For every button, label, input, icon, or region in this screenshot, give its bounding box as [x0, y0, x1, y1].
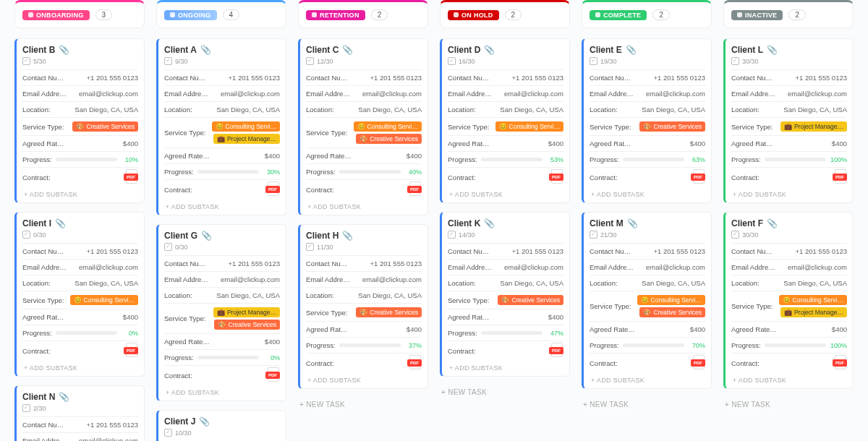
- card-title[interactable]: Client I📎: [22, 218, 138, 228]
- column-header[interactable]: RETENTION2: [298, 0, 428, 28]
- add-subtask-button[interactable]: + ADD SUBTASK: [731, 187, 847, 200]
- pdf-icon[interactable]: [265, 184, 280, 194]
- status-pill[interactable]: RETENTION: [306, 10, 365, 20]
- attachment-icon[interactable]: 📎: [484, 218, 495, 228]
- status-pill[interactable]: INACTIVE: [731, 10, 783, 20]
- status-pill[interactable]: ON HOLD: [448, 10, 499, 20]
- task-card[interactable]: Client K📎14/30Contact Nu…+1 201 555 0123…: [440, 212, 570, 377]
- service-tag-consulting[interactable]: 😊Consulting Servi…: [354, 121, 422, 132]
- card-title[interactable]: Client C📎: [306, 45, 422, 55]
- progress-bar[interactable]: [197, 170, 259, 174]
- pdf-icon[interactable]: [833, 358, 847, 368]
- status-pill[interactable]: ONGOING: [164, 10, 217, 20]
- attachment-icon[interactable]: 📎: [342, 45, 353, 55]
- progress-bar[interactable]: [623, 343, 684, 347]
- add-subtask-button[interactable]: + ADD SUBTASK: [164, 199, 280, 212]
- service-tag-creative[interactable]: 🎨Creative Services: [639, 121, 705, 132]
- add-subtask-button[interactable]: + ADD SUBTASK: [590, 372, 705, 385]
- card-title[interactable]: Client M📎: [590, 218, 705, 228]
- task-card[interactable]: Client C📎12/30Contact Nu…+1 201 555 0123…: [298, 38, 428, 215]
- service-tag-consulting[interactable]: 😊Consulting Servi…: [495, 121, 563, 132]
- task-card[interactable]: Client F📎30/30Contact Nu…+1 201 555 0123…: [723, 212, 854, 389]
- card-title[interactable]: Client H📎: [306, 231, 422, 241]
- service-tag-consulting[interactable]: 😊Consulting Servi…: [637, 295, 705, 305]
- service-tag-creative[interactable]: 🎨Creative Services: [214, 320, 280, 330]
- service-tag-consulting[interactable]: 😊Consulting Servi…: [779, 295, 847, 305]
- attachment-icon[interactable]: 📎: [200, 45, 211, 55]
- add-subtask-button[interactable]: + ADD SUBTASK: [448, 360, 563, 373]
- attachment-icon[interactable]: 📎: [59, 45, 69, 55]
- column-header[interactable]: ON HOLD2: [440, 0, 570, 28]
- column-header[interactable]: ONBOARDING3: [14, 0, 145, 28]
- new-task-button[interactable]: + NEW TASK: [440, 385, 570, 398]
- card-title[interactable]: Client F📎: [731, 218, 847, 228]
- task-card[interactable]: Client J📎10/30Contact Nu…+1 201 555 0123…: [156, 410, 286, 441]
- pdf-icon[interactable]: [124, 346, 138, 356]
- service-tag-consulting[interactable]: 😊Consulting Servi…: [70, 295, 138, 305]
- pdf-icon[interactable]: [124, 172, 138, 182]
- progress-bar[interactable]: [623, 158, 684, 161]
- service-tag-project[interactable]: 💼Project Manage…: [213, 134, 280, 144]
- new-task-button[interactable]: + NEW TASK: [298, 398, 428, 410]
- attachment-icon[interactable]: 📎: [767, 218, 778, 228]
- new-task-button[interactable]: + NEW TASK: [582, 398, 712, 410]
- service-tag-creative[interactable]: 🎨Creative Services: [498, 295, 563, 305]
- attachment-icon[interactable]: 📎: [199, 416, 210, 427]
- task-card[interactable]: Client D📎16/30Contact Nu…+1 201 555 0123…: [440, 38, 570, 203]
- attachment-icon[interactable]: 📎: [342, 231, 353, 241]
- card-title[interactable]: Client B📎: [22, 45, 138, 55]
- service-tag-project[interactable]: 💼Project Manage…: [780, 121, 847, 132]
- pdf-icon[interactable]: [691, 358, 705, 368]
- task-card[interactable]: Client I📎0/30Contact Nu…+1 201 555 0123E…: [14, 212, 145, 377]
- progress-bar[interactable]: [481, 158, 542, 161]
- task-card[interactable]: Client H📎11/30Contact Nu…+1 201 555 0123…: [298, 224, 428, 389]
- pdf-icon[interactable]: [691, 172, 705, 182]
- service-tag-consulting[interactable]: 😊Consulting Servi…: [212, 121, 280, 132]
- pdf-icon[interactable]: [549, 172, 563, 182]
- attachment-icon[interactable]: 📎: [626, 45, 637, 55]
- task-card[interactable]: Client G📎0/30Contact Nu…+1 201 555 0123E…: [156, 224, 286, 401]
- new-task-button[interactable]: + NEW TASK: [723, 398, 854, 410]
- card-title[interactable]: Client N📎: [22, 392, 138, 402]
- add-subtask-button[interactable]: + ADD SUBTASK: [590, 187, 705, 200]
- status-pill[interactable]: COMPLETE: [590, 10, 647, 20]
- card-title[interactable]: Client J📎: [164, 416, 280, 427]
- task-card[interactable]: Client M📎21/30Contact Nu…+1 201 555 0123…: [582, 212, 712, 389]
- progress-bar[interactable]: [197, 356, 259, 359]
- card-title[interactable]: Client G📎: [164, 231, 280, 241]
- card-title[interactable]: Client L📎: [731, 45, 847, 55]
- column-header[interactable]: COMPLETE2: [582, 0, 712, 28]
- task-card[interactable]: Client N📎2/30Contact Nu…+1 201 555 0123E…: [14, 385, 145, 441]
- attachment-icon[interactable]: 📎: [55, 218, 66, 228]
- progress-bar[interactable]: [56, 158, 117, 161]
- status-pill[interactable]: ONBOARDING: [22, 10, 90, 20]
- task-card[interactable]: Client L📎30/30Contact Nu…+1 201 555 0123…: [723, 38, 854, 203]
- progress-bar[interactable]: [56, 331, 117, 335]
- progress-bar[interactable]: [765, 343, 826, 347]
- add-subtask-button[interactable]: + ADD SUBTASK: [306, 199, 422, 212]
- attachment-icon[interactable]: 📎: [627, 218, 638, 228]
- pdf-icon[interactable]: [549, 346, 563, 356]
- column-header[interactable]: ONGOING4: [156, 0, 286, 28]
- progress-bar[interactable]: [765, 158, 826, 161]
- task-card[interactable]: Client B📎5/30Contact Nu…+1 201 555 0123E…: [14, 38, 145, 203]
- card-title[interactable]: Client A📎: [164, 45, 280, 55]
- add-subtask-button[interactable]: + ADD SUBTASK: [22, 360, 138, 373]
- card-title[interactable]: Client E📎: [590, 45, 705, 55]
- service-tag-project[interactable]: 💼Project Manage…: [213, 307, 280, 317]
- attachment-icon[interactable]: 📎: [201, 231, 212, 241]
- progress-bar[interactable]: [339, 170, 401, 174]
- add-subtask-button[interactable]: + ADD SUBTASK: [306, 372, 422, 385]
- progress-bar[interactable]: [481, 331, 542, 335]
- service-tag-project[interactable]: 💼Project Manage…: [780, 307, 847, 317]
- attachment-icon[interactable]: 📎: [59, 392, 69, 402]
- pdf-icon[interactable]: [833, 172, 847, 182]
- service-tag-creative[interactable]: 🎨Creative Services: [639, 307, 705, 317]
- pdf-icon[interactable]: [265, 370, 280, 380]
- add-subtask-button[interactable]: + ADD SUBTASK: [164, 385, 280, 398]
- service-tag-creative[interactable]: 🎨Creative Services: [72, 121, 138, 132]
- column-header[interactable]: INACTIVE2: [723, 0, 854, 28]
- attachment-icon[interactable]: 📎: [484, 45, 495, 55]
- card-title[interactable]: Client K📎: [448, 218, 563, 228]
- service-tag-creative[interactable]: 🎨Creative Services: [356, 307, 422, 317]
